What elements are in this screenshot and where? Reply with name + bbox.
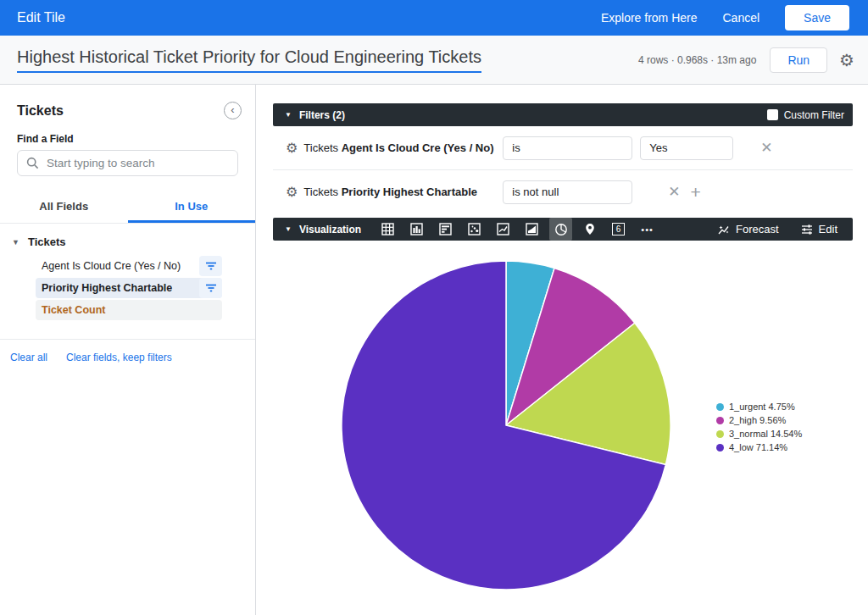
filter-row-agent-is-cloud-cre: ⚙ Tickets Agent Is Cloud Cre (Yes / No) … [273,126,853,169]
remove-filter-icon[interactable]: ✕ [668,183,680,201]
app-bar: Edit Tile Explore from Here Cancel Save [0,0,868,36]
edit-viz-button[interactable]: Edit [801,223,837,235]
explore-from-here-link[interactable]: Explore from Here [601,11,698,25]
clear-fields-keep-filters-link[interactable]: Clear fields, keep filters [66,352,172,363]
viz-pie-chart-icon[interactable] [549,218,572,241]
app-bar-actions: Explore from Here Cancel Save [601,5,849,30]
viz-more-icon[interactable]: ••• [636,218,659,241]
visualization-header-label: Visualization [299,224,361,235]
legend-dot [716,403,724,411]
field-item-ticket-count[interactable]: Ticket Count [36,300,222,320]
query-stats: 4 rows · 0.968s · 13m ago [638,54,756,66]
app-bar-title: Edit Tile [17,10,65,25]
filter-row-priority-highest-chartable: ⚙ Tickets Priority Highest Chartable ✕ + [273,170,853,213]
run-button[interactable]: Run [770,47,827,73]
tab-all-fields[interactable]: All Fields [0,195,128,223]
explore-main-panel: ▼ Filters (2) Custom Filter ⚙ Tickets Ag… [256,85,868,615]
add-filter-icon[interactable]: + [691,182,701,202]
visualization-header-bar[interactable]: ▼ Visualization [273,218,853,241]
remove-filter-icon[interactable]: ✕ [760,139,772,157]
filter-gear-icon[interactable]: ⚙ [286,141,298,155]
custom-filter-toggle[interactable]: Custom Filter [767,109,844,121]
tune-sliders-icon [801,224,813,235]
filter-icon[interactable] [199,256,222,276]
field-picker-sidebar: Tickets ‹ Find a Field All Fields In Use… [0,85,256,615]
legend-label: 2_high 9.56% [729,415,786,425]
tree-group-tickets[interactable]: ▼ Tickets [0,235,255,248]
find-a-field-label: Find a Field [17,133,238,145]
legend-dot [716,417,724,424]
settings-gear-icon[interactable]: ⚙ [839,52,854,69]
field-item-agent-is-cloud-cre[interactable]: Agent Is Cloud Cre (Yes / No) [36,256,222,276]
field-search-box[interactable] [17,150,238,176]
sidebar-title: Tickets [17,103,64,119]
filter-field-label: Tickets Priority Highest Chartable [303,186,490,198]
custom-filter-checkbox[interactable] [767,109,778,120]
filter-gear-icon[interactable]: ⚙ [286,186,298,199]
cancel-button[interactable]: Cancel [722,11,760,25]
viz-bar-chart-icon[interactable] [434,218,457,241]
legend-dot [716,444,724,452]
chevron-down-icon: ▼ [285,225,292,233]
viz-column-chart-icon[interactable] [405,218,428,241]
filter-operator-select[interactable] [503,136,632,160]
legend-label: 4_low 71.14% [729,442,787,452]
filter-value-input[interactable] [640,136,733,160]
clear-all-link[interactable]: Clear all [10,352,47,363]
sidebar-tabs: All Fields In Use [0,195,255,224]
field-item-priority-highest-chartable[interactable]: Priority Highest Chartable [36,278,222,298]
search-icon [26,157,39,169]
tile-title-input[interactable]: Highest Historical Ticket Priority for C… [17,47,481,73]
legend-item-1_urgent[interactable]: 1_urgent 4.75% [716,402,802,412]
title-bar: Highest Historical Ticket Priority for C… [0,36,868,85]
viz-single-value-icon[interactable]: 6 [607,218,630,241]
legend-item-4_low[interactable]: 4_low 71.14% [716,442,802,452]
chevron-down-icon: ▼ [285,111,292,119]
filter-operator-select[interactable] [503,180,632,204]
viz-line-chart-icon[interactable] [492,218,515,241]
filters-header-label: Filters (2) [299,109,345,121]
filters-header-bar[interactable]: ▼ Filters (2) Custom Filter [273,103,853,126]
chart-legend: 1_urgent 4.75%2_high 9.56%3_normal 14.54… [716,402,802,456]
legend-item-2_high[interactable]: 2_high 9.56% [716,415,802,425]
legend-dot [716,430,724,438]
filter-icon[interactable] [199,278,222,298]
save-button[interactable]: Save [785,5,849,30]
search-input[interactable] [47,157,229,169]
forecast-sparkle-icon [718,224,730,235]
filter-field-label: Tickets Agent Is Cloud Cre (Yes / No) [303,141,490,154]
filter-funnel-icon [205,261,217,271]
collapse-sidebar-icon[interactable]: ‹ [224,102,242,119]
forecast-button[interactable]: Forecast [718,223,779,235]
legend-label: 1_urgent 4.75% [729,402,795,412]
viz-map-icon[interactable] [578,218,601,241]
chevron-down-icon: ▼ [12,238,28,247]
legend-label: 3_normal 14.54% [729,429,802,439]
legend-item-3_normal[interactable]: 3_normal 14.54% [716,429,802,439]
viz-scatter-icon[interactable] [463,218,486,241]
pie-chart [339,258,673,592]
viz-type-picker: 6 ••• [376,218,659,241]
tab-in-use[interactable]: In Use [128,195,256,223]
viz-table-icon[interactable] [376,218,399,241]
filter-funnel-icon [205,283,217,293]
chart-area: 1_urgent 4.75%2_high 9.56%3_normal 14.54… [273,241,853,615]
viz-area-chart-icon[interactable] [520,218,543,241]
